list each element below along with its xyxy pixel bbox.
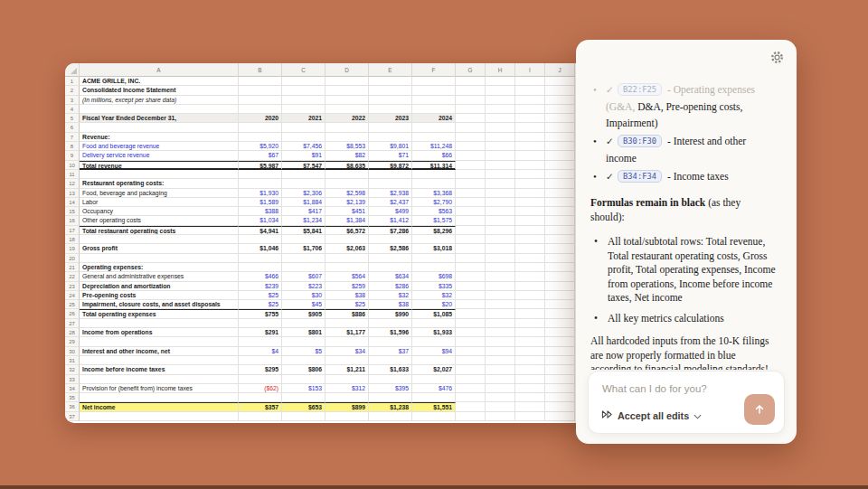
cell-C36[interactable]: $653 [282, 402, 326, 411]
cell-J24[interactable] [545, 291, 575, 300]
cell-J28[interactable] [545, 328, 575, 337]
cell-C22[interactable]: $607 [282, 272, 326, 281]
row-number-37[interactable]: 37 [65, 412, 80, 421]
cell-E9[interactable]: $71 [369, 151, 412, 160]
cell-I17[interactable] [515, 226, 545, 235]
cell-A13[interactable]: Food, beverage and packaging [80, 189, 239, 198]
cell-E37[interactable] [369, 412, 412, 421]
cell-I34[interactable] [515, 384, 545, 393]
cell-I26[interactable] [515, 309, 545, 318]
cell-B11[interactable] [239, 170, 282, 179]
cell-A31[interactable] [80, 356, 239, 365]
cell-D14[interactable]: $2,139 [326, 198, 369, 207]
cell-C1[interactable] [282, 77, 326, 86]
row-number-30[interactable]: 30 [65, 347, 80, 356]
cell-D17[interactable]: $6,572 [326, 226, 369, 235]
cell-B15[interactable]: $388 [239, 207, 282, 216]
cell-B12[interactable] [239, 179, 282, 188]
cell-H2[interactable] [486, 86, 515, 95]
cell-I32[interactable] [515, 365, 545, 374]
cell-E16[interactable]: $1,412 [369, 216, 412, 225]
cell-B33[interactable] [239, 375, 282, 384]
cell-D4[interactable] [326, 105, 369, 114]
cell-I37[interactable] [515, 412, 545, 421]
cell-A19[interactable]: Gross profit [80, 244, 239, 253]
cell-J32[interactable] [545, 365, 575, 374]
cell-H12[interactable] [486, 179, 515, 188]
column-header-G[interactable]: G [456, 63, 486, 77]
send-button[interactable] [744, 394, 775, 425]
cell-B3[interactable] [239, 96, 282, 105]
column-header-I[interactable]: I [515, 63, 545, 77]
cell-E1[interactable] [369, 77, 412, 86]
cell-G25[interactable] [456, 300, 486, 309]
cell-H17[interactable] [486, 226, 515, 235]
cell-H22[interactable] [486, 272, 515, 281]
cell-H9[interactable] [486, 151, 515, 160]
cell-H19[interactable] [486, 244, 515, 253]
cell-I11[interactable] [515, 170, 545, 179]
cell-G36[interactable] [456, 402, 486, 411]
cell-A4[interactable] [80, 105, 239, 114]
cell-H5[interactable] [486, 114, 515, 123]
cell-A3[interactable]: (In millions, except per share data) [80, 96, 239, 105]
cell-J27[interactable] [545, 319, 575, 328]
cell-F3[interactable] [412, 96, 456, 105]
row-number-9[interactable]: 9 [65, 151, 80, 160]
row-number-15[interactable]: 15 [65, 207, 80, 216]
cell-H28[interactable] [486, 328, 515, 337]
cell-E12[interactable] [369, 179, 412, 188]
cell-G19[interactable] [456, 244, 486, 253]
cell-G33[interactable] [456, 375, 486, 384]
cell-J9[interactable] [545, 151, 575, 160]
cell-A15[interactable]: Occupancy [80, 207, 239, 216]
cell-A25[interactable]: Impairment, closure costs, and asset dis… [80, 300, 239, 309]
select-all-corner[interactable] [65, 63, 80, 77]
cell-A29[interactable] [80, 337, 239, 346]
cell-F16[interactable]: $1,575 [412, 216, 456, 225]
cell-E30[interactable]: $37 [369, 347, 412, 356]
cell-F1[interactable] [412, 77, 456, 86]
cell-J19[interactable] [545, 244, 575, 253]
cell-D37[interactable] [326, 412, 369, 421]
cell-F24[interactable]: $32 [412, 291, 456, 300]
row-number-10[interactable]: 10 [65, 161, 80, 170]
cell-G28[interactable] [456, 328, 486, 337]
cell-C12[interactable] [282, 179, 326, 188]
row-number-33[interactable]: 33 [65, 375, 80, 384]
cell-C28[interactable]: $801 [282, 328, 326, 337]
cell-G16[interactable] [456, 216, 486, 225]
cell-B6[interactable] [239, 123, 282, 132]
cell-A34[interactable]: Provision for (benefit from) income taxe… [80, 384, 239, 393]
cell-B1[interactable] [239, 77, 282, 86]
cell-C26[interactable]: $905 [282, 309, 326, 318]
cell-I19[interactable] [515, 244, 545, 253]
column-header-H[interactable]: H [486, 63, 515, 77]
cell-I6[interactable] [515, 123, 545, 132]
cell-G24[interactable] [456, 291, 486, 300]
cell-G23[interactable] [456, 282, 486, 291]
row-number-17[interactable]: 17 [65, 226, 80, 235]
row-number-13[interactable]: 13 [65, 189, 80, 198]
cell-J4[interactable] [545, 105, 575, 114]
cell-A32[interactable]: Income before income taxes [80, 365, 239, 374]
cell-F28[interactable]: $1,933 [412, 328, 456, 337]
cell-G14[interactable] [456, 198, 486, 207]
cell-D36[interactable]: $899 [326, 402, 369, 411]
cell-H14[interactable] [486, 198, 515, 207]
cell-G27[interactable] [456, 319, 486, 328]
cell-B28[interactable]: $291 [239, 328, 282, 337]
cell-B5[interactable]: 2020 [239, 114, 282, 123]
cell-J20[interactable] [545, 254, 575, 263]
cell-B29[interactable] [239, 337, 282, 346]
cell-B23[interactable]: $239 [239, 282, 282, 291]
row-number-18[interactable]: 18 [65, 235, 80, 244]
cell-H20[interactable] [486, 254, 515, 263]
column-header-J[interactable]: J [545, 63, 575, 77]
cell-J2[interactable] [545, 86, 575, 95]
cell-I28[interactable] [515, 328, 545, 337]
cell-F17[interactable]: $8,296 [412, 226, 456, 235]
cell-J21[interactable] [545, 263, 575, 272]
cell-D23[interactable]: $259 [326, 282, 369, 291]
cell-F34[interactable]: $476 [412, 384, 456, 393]
